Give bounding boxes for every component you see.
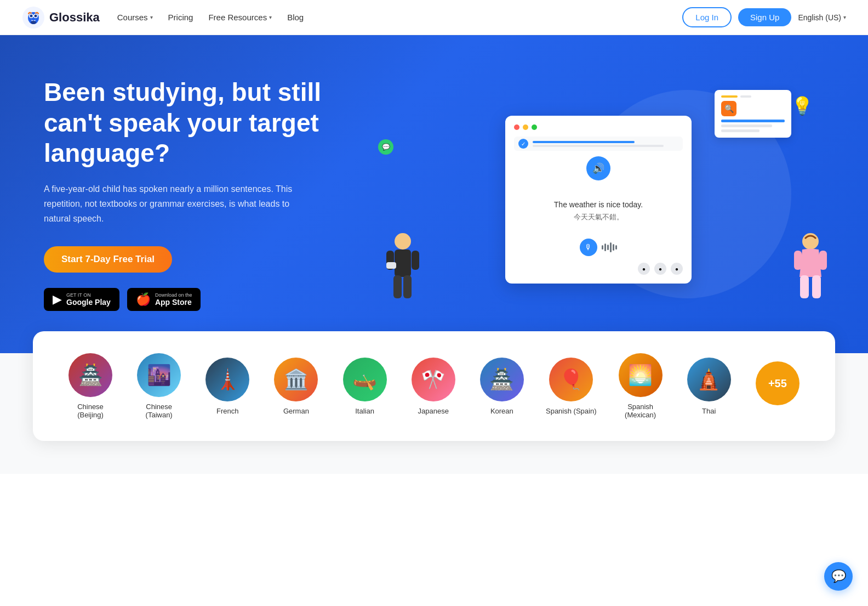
person-left [384,230,422,304]
lang-name-korean: Korean [490,407,513,415]
logo-link[interactable]: Glossika [22,6,100,29]
lang-more-circle[interactable]: +55 [756,361,800,405]
lang-circle-japanese: 🎌 [412,358,455,401]
language-section: 🏯 Chinese(Beijing) 🌆 Chinese(Taiwan) 🗼 F… [33,331,835,441]
lang-spanish-spain[interactable]: 🎈 Spanish (Spain) [546,358,597,415]
logo-text: Glossika [49,10,100,25]
lang-chinese-taiwan[interactable]: 🌆 Chinese(Taiwan) [134,353,184,419]
nav-left: Glossika Courses ▾ Pricing Free Resource… [22,6,304,29]
logo-icon [22,6,45,29]
google-play-badge[interactable]: ▶ GET IT ON Google Play [44,288,119,311]
lang-name-japanese: Japanese [418,407,449,415]
navbar: Glossika Courses ▾ Pricing Free Resource… [0,0,868,35]
trial-button[interactable]: Start 7-Day Free Trial [44,246,172,273]
window-header [514,124,683,130]
lang-circle-beijing: 🏯 [68,353,112,397]
hero-subtitle: A five-year-old child has spoken nearly … [44,182,307,226]
popup-search-icon: 🔍 [721,101,736,116]
hero-section: Been studying, but still can't speak you… [0,35,868,353]
lang-name-spanish-mexican: Spanish(Mexican) [625,403,656,419]
lang-name-beijing: Chinese(Beijing) [77,403,104,419]
svg-rect-13 [386,262,396,269]
svg-rect-10 [412,251,419,270]
nav-courses[interactable]: Courses ▾ [117,13,153,22]
nav-blog[interactable]: Blog [287,13,304,22]
nav-links: Courses ▾ Pricing Free Resources ▾ Blog [117,13,304,22]
hero-illustration: 🔍 ✓ 🔊 The wea [373,84,824,304]
language-selector[interactable]: English (US) ▾ [798,13,846,22]
options-row: ● ● ● [514,263,683,275]
dot-green [532,124,537,130]
lang-chinese-beijing[interactable]: 🏯 Chinese(Beijing) [66,353,115,419]
notification-dot: 💬 [378,139,393,155]
store-badges: ▶ GET IT ON Google Play 🍎 Download on th… [44,288,373,311]
svg-point-5 [35,14,37,17]
lang-circle-korean: 🏯 [480,358,524,401]
lang-name-italian: Italian [355,407,374,415]
lang-circle-italian: 🛶 [343,358,387,401]
signup-button[interactable]: Sign Up [738,8,791,26]
language-grid: 🏯 Chinese(Beijing) 🌆 Chinese(Taiwan) 🗼 F… [66,353,802,419]
lang-circle-spanish-spain: 🎈 [549,358,593,401]
dot-red [514,124,519,130]
google-play-text: GET IT ON Google Play [66,292,111,307]
svg-rect-11 [393,275,402,298]
lang-spanish-mexican[interactable]: 🌅 Spanish(Mexican) [616,353,665,419]
audio-button[interactable]: 🔊 [586,156,610,180]
lang-name-german: German [283,407,309,415]
login-button[interactable]: Log In [682,7,732,27]
svg-rect-18 [812,275,821,298]
lang-circle-thai: 🛕 [687,358,731,401]
floating-popup: 🔍 [715,90,791,138]
svg-rect-8 [395,250,411,277]
lang-circle-french: 🗼 [205,358,249,401]
lang-more[interactable]: +55 [753,361,802,411]
svg-point-6 [31,21,36,24]
svg-rect-16 [819,251,827,270]
lang-circle-spanish-mexican: 🌅 [619,353,663,397]
language-section-wrapper: 🏯 Chinese(Beijing) 🌆 Chinese(Taiwan) 🗼 F… [0,331,868,474]
lang-italian[interactable]: 🛶 Italian [340,358,390,415]
nav-pricing[interactable]: Pricing [168,13,193,22]
app-window: ✓ 🔊 The weather is nice today. 今天天氣不錯。 🎙 [505,116,692,284]
app-sentence: The weather is nice today. 今天天氣不錯。 [514,189,683,233]
option-2: ● [654,263,666,275]
option-3: ● [671,263,683,275]
svg-rect-15 [794,251,802,270]
progress-bars [533,141,678,147]
lang-circle-german: 🏛️ [274,358,318,401]
lang-japanese[interactable]: 🎌 Japanese [409,358,458,415]
hero-title: Been studying, but still can't speak you… [44,77,373,168]
check-icon: ✓ [518,139,528,149]
courses-chevron: ▾ [150,14,153,20]
lang-name-french: French [216,407,238,415]
google-play-icon: ▶ [53,292,62,307]
lang-name-taiwan: Chinese(Taiwan) [146,403,173,419]
mic-icon: 🎙 [580,239,597,256]
svg-point-7 [395,233,411,250]
waveform [602,242,617,252]
svg-rect-12 [403,275,412,298]
svg-point-4 [30,14,33,17]
lang-circle-taiwan: 🌆 [137,353,181,397]
apple-icon: 🍎 [136,292,151,307]
hero-content: Been studying, but still can't speak you… [44,77,373,310]
nav-free-resources[interactable]: Free Resources ▾ [208,13,272,22]
dot-yellow [523,124,528,130]
lang-thai[interactable]: 🛕 Thai [684,358,734,415]
mic-row: 🎙 [514,239,683,256]
lang-german[interactable]: 🏛️ German [271,358,321,415]
option-1: ● [638,263,650,275]
app-store-text: Download on the App Store [155,292,192,307]
lang-name-thai: Thai [702,407,716,415]
app-store-badge[interactable]: 🍎 Download on the App Store [127,288,201,311]
svg-rect-17 [800,275,809,298]
lang-chevron: ▾ [843,14,846,20]
bulb-icon: 💡 [791,95,813,116]
checkbox-row: ✓ [514,137,683,151]
nav-right: Log In Sign Up English (US) ▾ [682,7,846,27]
lang-french[interactable]: 🗼 French [203,358,252,415]
lang-name-spanish-spain: Spanish (Spain) [546,407,597,415]
resources-chevron: ▾ [269,14,272,20]
lang-korean[interactable]: 🏯 Korean [477,358,527,415]
